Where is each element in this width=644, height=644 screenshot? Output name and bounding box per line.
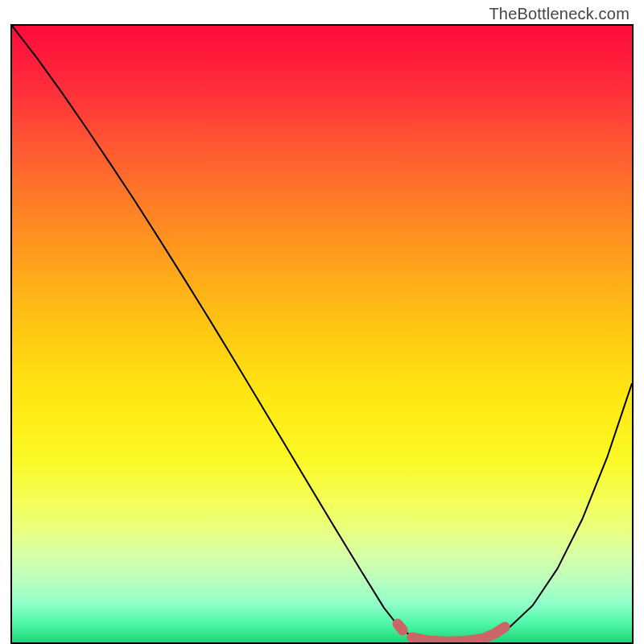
bottleneck-curve-line [12, 26, 632, 642]
watermark-text: TheBottleneck.com [489, 5, 630, 23]
chart-frame [10, 24, 634, 644]
highlight-segment [412, 627, 505, 642]
optimal-range-highlight [398, 624, 505, 642]
highlight-segment [398, 624, 402, 630]
chart-plot [12, 26, 632, 642]
